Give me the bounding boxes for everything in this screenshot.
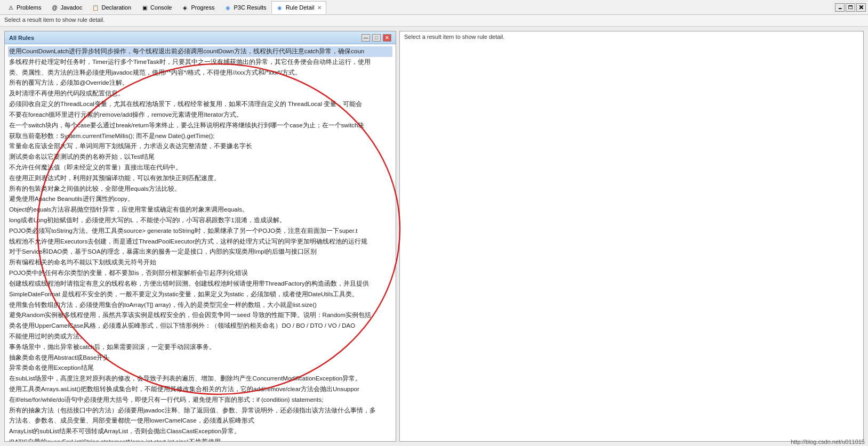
- tab-rule-detail-label: Rule Detail: [286, 4, 315, 11]
- rule-item[interactable]: 所有编程相关的命名均不能以下划线或美元符号开始: [8, 257, 392, 268]
- rule-item[interactable]: 不允许任何魔法值（即未经定义的常量）直接出现在代码中。: [8, 163, 392, 173]
- panel-maximize-btn[interactable]: □: [372, 34, 381, 42]
- rule-item[interactable]: 方法名、参数名、成员变量、局部变量都统一使用lowerCamelCase，必须遵…: [8, 416, 392, 426]
- left-panel-header: All Rules — □ ✕: [5, 31, 396, 44]
- rule-item[interactable]: 创建线程或线程池时请指定有意义的线程名称，方便出错时回溯。创建线程池时候请使用带…: [8, 279, 392, 289]
- tab-rule-detail[interactable]: ◉ Rule Detail ✕: [271, 1, 327, 14]
- rule-item[interactable]: 多线程并行处理定时任务时，Timer运行多个TimeTask时，只要其中之一没有…: [8, 57, 392, 68]
- tab-console-label: Console: [150, 4, 172, 11]
- problems-icon: ⚠: [7, 4, 14, 11]
- rule-item[interactable]: 所有的覆写方法，必须加@Override注解。: [8, 78, 392, 88]
- rule-item[interactable]: 类、类属性、类方法的注释必须使用javadoc规范，使用/**内容*/格式，不得…: [8, 68, 392, 78]
- rule-item[interactable]: 在一个switch块内，每个case要么通过break/return等来终止，要…: [8, 120, 392, 131]
- right-panel-content: Select a result item to show rule detail…: [400, 31, 863, 441]
- rule-item[interactable]: iBATIS自带的queryForList(String statementNa…: [8, 437, 392, 441]
- tab-problems-label: Problems: [17, 4, 41, 11]
- tab-rule-detail-close[interactable]: ✕: [317, 5, 322, 11]
- rule-item[interactable]: 必须回收自定义的ThreadLocal变量，尤其在线程池场景下，线程经常被复用，…: [8, 99, 392, 110]
- left-panel: All Rules — □ ✕ 使用CountDownLatch进行异步转同步操…: [4, 31, 396, 442]
- rule-item[interactable]: 避免使用Apache Beanutils进行属性的copy。: [8, 194, 392, 205]
- tab-declaration-label: Declaration: [101, 4, 131, 11]
- console-icon: ▣: [141, 4, 148, 11]
- right-panel: Select a result item to show rule detail…: [399, 31, 864, 442]
- rule-item[interactable]: 获取当前毫秒数：System.currentTimeMillis(); 而不是n…: [8, 131, 392, 142]
- rule-item[interactable]: 在使用正则表达式时，利用好其预编译功能，可以有效加快正则匹配速度。: [8, 173, 392, 184]
- right-status-text: Select a result item to show rule detail…: [404, 34, 504, 40]
- rule-item[interactable]: 所有的抽象方法（包括接口中的方法）必须要用javadoc注释、除了返回值、参数、…: [8, 406, 392, 416]
- rule-item[interactable]: SimpleDateFormat 是线程不安全的类，一般不要定义为static变…: [8, 289, 392, 300]
- tab-console[interactable]: ▣ Console: [136, 1, 176, 14]
- rule-detail-icon: ◉: [276, 4, 284, 11]
- rule-item[interactable]: POJO类必须写toString方法。使用工具类source> generate…: [8, 226, 392, 237]
- top-status-text: Select a result item to show rule detail…: [4, 17, 105, 23]
- tab-bar: ⚠ Problems @ Javadoc 📋 Declaration ▣ Con…: [0, 0, 868, 15]
- rule-item[interactable]: long或者Long初始赋值时，必须使用大写的L，不能使小写的l，小写容易跟数字…: [8, 215, 392, 226]
- rule-item[interactable]: 对于Service和DAO类，基于SOA的理念，暴露出来的服务一定是接口，内部的…: [8, 247, 392, 257]
- bottom-status-bar: http://blog.csdn.net/u011015: [708, 437, 868, 446]
- tab-p3c-label: P3C Results: [234, 4, 266, 11]
- rule-item[interactable]: 类名使用UpperCamelCase风格，必须遵从驼峰形式，但以下情形例外：（领…: [8, 321, 392, 331]
- rule-item[interactable]: 不能使用过时的类或方法。: [8, 331, 392, 342]
- rule-item[interactable]: 在subList场景中，高度注意对原列表的修改，会导致子列表的遍历、增加、删除均…: [8, 374, 392, 384]
- progress-icon: ◈: [181, 4, 189, 11]
- rule-item[interactable]: 不要在foreach循环里进行元素的remove/add操作，remove元素请…: [8, 110, 392, 120]
- panel-minimize-btn[interactable]: —: [361, 34, 370, 42]
- rule-item[interactable]: 事务场景中，抛出异常被catch后，如果需要回滚，一定要手动回滚事务。: [8, 342, 392, 353]
- minimize-btn[interactable]: 🗕: [835, 3, 845, 12]
- rule-item[interactable]: ArrayList的subList结果不可强转成ArrayList，否则会抛出C…: [8, 426, 392, 437]
- tab-problems[interactable]: ⚠ Problems: [2, 1, 46, 14]
- tab-progress-label: Progress: [191, 4, 214, 11]
- rule-item[interactable]: Object的equals方法容易抛空指针异常，应使用常量或确定有值的对象来调用…: [8, 205, 392, 215]
- rule-item[interactable]: 使用集合转数组的方法，必须使用集合的toArray(T[] array)，传入的…: [8, 300, 392, 311]
- declaration-icon: 📋: [92, 4, 99, 11]
- rule-item[interactable]: 抽象类命名使用Abstract或Base开头: [8, 353, 392, 363]
- rule-item[interactable]: POJO类中的任何布尔类型的变量，都不要加is，否则部分框架解析会引起序列化错误: [8, 268, 392, 279]
- rule-item[interactable]: 使用工具类Arrays.asList()把数组转换成集合时，不能使用其修改集合相…: [8, 384, 392, 395]
- rule-item[interactable]: 异常类命名使用Exception结尾: [8, 363, 392, 374]
- tab-p3c-results[interactable]: ◉ P3C Results: [219, 1, 271, 14]
- tab-javadoc-label: Javadoc: [60, 4, 82, 11]
- rule-item[interactable]: 线程池不允许使用Executors去创建，而是通过ThreadPoolExecu…: [8, 237, 392, 247]
- panel-close-btn[interactable]: ✕: [383, 34, 391, 42]
- rule-item[interactable]: 及时清理不再使用的代码段或配置信息。: [8, 88, 392, 99]
- p3c-icon: ◉: [224, 4, 231, 11]
- rule-item[interactable]: 常量命名应该全部大写，单词间用下划线隔开，力求语义表达完整清楚，不要嫌名字长: [8, 141, 392, 152]
- top-status-bar: Select a result item to show rule detail…: [0, 15, 868, 27]
- rule-item[interactable]: 避免Random实例被多线程使用，虽然共享该实例是线程安全的，但会因竞争同一se…: [8, 310, 392, 321]
- left-panel-title: All Rules: [9, 35, 34, 41]
- rules-list[interactable]: 使用CountDownLatch进行异步转同步操作，每个线程退出前必须调用cou…: [5, 44, 396, 441]
- main-area: All Rules — □ ✕ 使用CountDownLatch进行异步转同步操…: [0, 27, 868, 446]
- panel-header-controls: — □ ✕: [361, 34, 391, 42]
- maximize-btn[interactable]: 🗖: [846, 3, 855, 12]
- rule-item[interactable]: 所有的包装类对象之间值的比较，全部使用equals方法比较。: [8, 184, 392, 194]
- bottom-status-text: http://blog.csdn.net/u011015: [791, 439, 865, 445]
- rule-item[interactable]: 使用CountDownLatch进行异步转同步操作，每个线程退出前必须调用cou…: [8, 46, 392, 57]
- tab-declaration[interactable]: 📋 Declaration: [87, 1, 136, 14]
- rule-item[interactable]: 测试类命名以它要测试的类的名称开始，以Test结尾: [8, 152, 392, 163]
- window-controls: 🗕 🗖 🗙: [835, 0, 866, 15]
- tab-javadoc[interactable]: @ Javadoc: [46, 1, 87, 14]
- javadoc-icon: @: [51, 4, 58, 11]
- tab-progress[interactable]: ◈ Progress: [176, 1, 219, 14]
- close-btn[interactable]: 🗙: [856, 3, 866, 12]
- rule-item[interactable]: 在if/else/for/while/do语句中必须使用大括号，即使只有一行代码…: [8, 395, 392, 406]
